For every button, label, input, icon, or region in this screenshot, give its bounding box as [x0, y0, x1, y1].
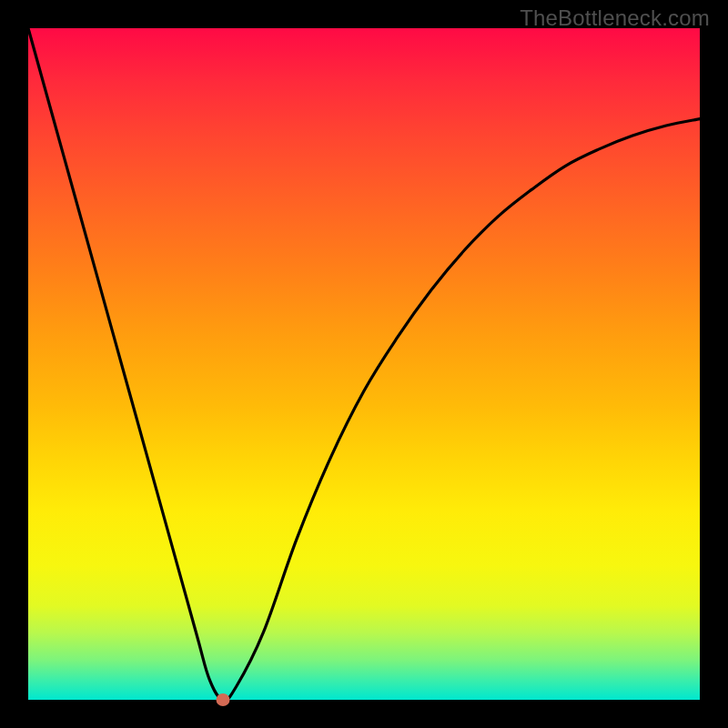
watermark-text: TheBottleneck.com [520, 5, 710, 31]
bottleneck-curve [28, 28, 700, 700]
chart-frame: TheBottleneck.com [0, 0, 728, 728]
plot-area [28, 28, 700, 700]
minimum-point-marker [217, 693, 230, 706]
